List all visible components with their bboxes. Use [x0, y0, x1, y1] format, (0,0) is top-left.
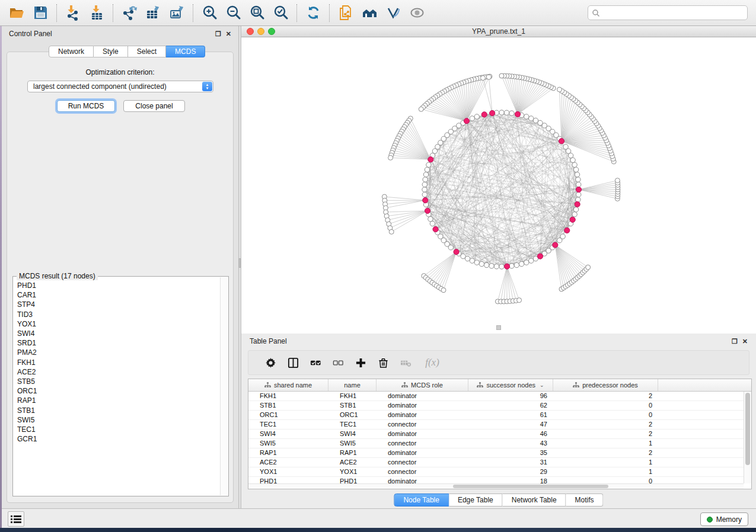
mcds-result-item[interactable]: STB1 [17, 406, 220, 415]
network-node[interactable] [499, 264, 504, 269]
network-leaf-node[interactable] [557, 87, 562, 92]
mcds-result-item[interactable]: SWI4 [17, 329, 220, 338]
tab-select[interactable]: Select [128, 46, 166, 57]
zoom-out-button[interactable] [221, 2, 245, 24]
mcds-result-item[interactable]: TEC1 [17, 425, 220, 434]
table-row[interactable]: SWI4SWI4dominator462 [248, 430, 744, 439]
mcds-result-item[interactable]: TID3 [17, 310, 220, 319]
network-node[interactable] [514, 262, 519, 267]
network-node[interactable] [474, 260, 479, 265]
network-canvas[interactable] [241, 37, 756, 334]
show-panels-button[interactable] [8, 511, 24, 527]
open-file-button[interactable] [5, 2, 28, 24]
table-vertical-scrollbar[interactable] [744, 392, 751, 483]
network-leaf-node[interactable] [441, 288, 446, 293]
network-leaf-node[interactable] [517, 298, 522, 303]
network-node[interactable] [573, 207, 578, 211]
export-table-button[interactable] [141, 2, 165, 24]
network-node[interactable] [560, 234, 565, 239]
table-row[interactable]: ORC1ORC1dominator610 [248, 411, 744, 420]
network-titlebar[interactable]: YPA_prune.txt_1 [241, 26, 756, 37]
search-field[interactable] [588, 5, 748, 20]
network-leaf-node[interactable] [586, 265, 591, 270]
tab-network-table[interactable]: Network Table [503, 493, 566, 507]
mcds-result-item[interactable]: PHD1 [17, 281, 220, 290]
network-leaf-node[interactable] [419, 107, 423, 111]
mcds-hub-node[interactable] [433, 226, 438, 232]
criterion-dropdown[interactable]: largest connected component (undirected)… [27, 81, 213, 92]
network-leaf-node[interactable] [480, 76, 485, 81]
toggle-details-button[interactable] [381, 2, 405, 24]
table-horizontal-scrollbar[interactable] [248, 483, 744, 489]
import-table-button[interactable] [85, 2, 109, 24]
network-node[interactable] [422, 182, 427, 187]
mcds-hub-node[interactable] [570, 217, 575, 222]
mcds-hub-node[interactable] [481, 112, 487, 117]
splitter-grip[interactable] [239, 258, 241, 268]
network-node[interactable] [529, 116, 534, 121]
deselect-all-button[interactable] [327, 352, 349, 373]
mcds-result-item[interactable]: SRD1 [17, 338, 220, 348]
network-node[interactable] [575, 172, 579, 177]
network-node[interactable] [524, 114, 529, 119]
mcds-result-item[interactable]: ORC1 [17, 386, 220, 396]
network-node[interactable] [572, 162, 577, 167]
network-node[interactable] [494, 264, 499, 269]
mcds-hub-node[interactable] [464, 118, 469, 124]
table-row[interactable]: TEC1TEC1connector472 [248, 420, 744, 430]
mcds-result-item[interactable]: SWI5 [17, 415, 220, 425]
delete-column-button[interactable] [372, 352, 394, 373]
network-node[interactable] [509, 111, 514, 116]
network-node[interactable] [423, 177, 428, 182]
mcds-hub-node[interactable] [537, 254, 543, 259]
mcds-result-item[interactable]: ACE2 [17, 367, 220, 377]
network-graph[interactable] [241, 37, 756, 334]
network-node[interactable] [576, 192, 581, 197]
duplicate-network-button[interactable] [334, 2, 358, 24]
mcds-hub-node[interactable] [553, 242, 558, 248]
float-panel-icon[interactable]: ❐ [732, 338, 738, 345]
mcds-result-item[interactable]: STP4 [17, 300, 220, 309]
column-header-successor-nodes[interactable]: successor nodes⌄ [468, 379, 553, 391]
table-row[interactable]: STB1STB1dominator620 [248, 401, 744, 411]
tab-network[interactable]: Network [49, 46, 94, 57]
network-node[interactable] [563, 145, 568, 149]
network-node[interactable] [479, 261, 484, 266]
zoom-selected-button[interactable] [269, 2, 292, 24]
table-row[interactable]: ACE2ACE2connector311 [248, 458, 744, 467]
network-node[interactable] [422, 187, 427, 192]
network-node[interactable] [529, 258, 534, 263]
export-image-button[interactable] [165, 2, 189, 24]
run-mcds-button[interactable]: Run MCDS [57, 100, 115, 112]
show-columns-button[interactable] [282, 352, 304, 373]
mcds-hub-node[interactable] [428, 157, 433, 162]
export-network-button[interactable] [117, 2, 141, 24]
canvas-splitter-grip[interactable] [496, 325, 501, 330]
mcds-result-item[interactable]: GCR1 [17, 434, 220, 444]
mcds-hub-node[interactable] [454, 249, 459, 255]
network-node[interactable] [465, 256, 470, 261]
mcds-result-item[interactable]: PMA2 [17, 348, 220, 357]
network-leaf-node[interactable] [389, 229, 394, 234]
tab-mcds[interactable]: MCDS [166, 46, 205, 57]
mcds-result-item[interactable]: STB5 [17, 377, 220, 386]
table-row[interactable]: FKH1FKH1dominator962 [248, 392, 744, 401]
apply-layout-button[interactable] [301, 2, 325, 24]
network-node[interactable] [430, 221, 435, 226]
network-leaf-node[interactable] [615, 178, 620, 183]
network-node[interactable] [504, 110, 509, 115]
network-leaf-node[interactable] [486, 75, 491, 79]
tab-edge-table[interactable]: Edge Table [449, 493, 503, 507]
zoom-in-button[interactable] [197, 2, 221, 24]
network-node[interactable] [426, 162, 431, 167]
mcds-hub-node[interactable] [515, 111, 520, 117]
mcds-result-item[interactable]: RAP1 [17, 396, 220, 405]
network-node[interactable] [576, 182, 581, 187]
network-node[interactable] [484, 262, 489, 267]
zoom-fit-button[interactable] [245, 2, 269, 24]
close-panel-button[interactable]: Close panel [123, 100, 185, 112]
close-panel-icon[interactable]: ✕ [742, 338, 748, 345]
mcds-result-item[interactable]: YOX1 [17, 319, 220, 329]
column-header-MCDS-role[interactable]: MCDS role [377, 379, 468, 391]
network-node[interactable] [423, 172, 428, 177]
